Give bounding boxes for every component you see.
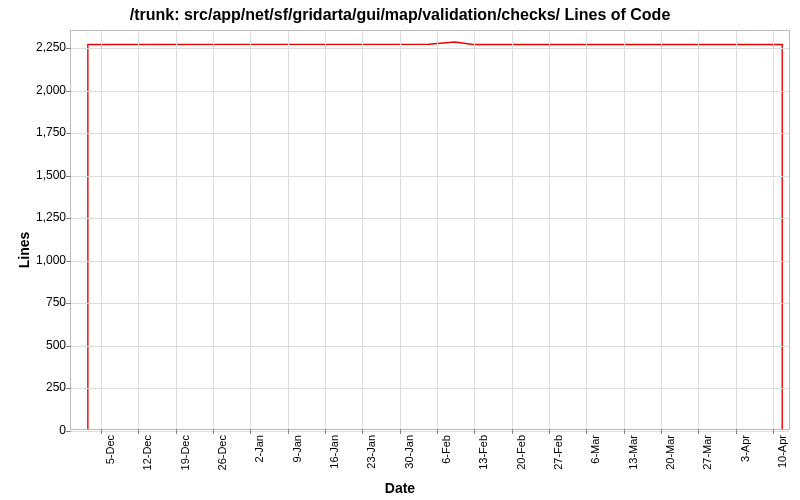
gridline-v bbox=[288, 31, 289, 429]
xtick-label: 19-Dec bbox=[179, 435, 191, 470]
xtick-mark bbox=[138, 429, 139, 434]
ytick-label: 750 bbox=[26, 295, 66, 309]
gridline-v bbox=[586, 31, 587, 429]
ytick-label: 2,250 bbox=[26, 40, 66, 54]
xtick-label: 2-Jan bbox=[253, 435, 265, 463]
xtick-label: 5-Dec bbox=[104, 435, 116, 464]
xtick-mark bbox=[512, 429, 513, 434]
xtick-mark bbox=[325, 429, 326, 434]
gridline-h bbox=[71, 346, 789, 347]
ytick-label: 0 bbox=[26, 423, 66, 437]
xtick-label: 13-Feb bbox=[477, 435, 489, 470]
gridline-h bbox=[71, 303, 789, 304]
xtick-label: 13-Mar bbox=[627, 435, 639, 470]
xtick-mark bbox=[437, 429, 438, 434]
ytick-mark bbox=[66, 261, 71, 262]
gridline-v bbox=[698, 31, 699, 429]
xtick-label: 20-Mar bbox=[664, 435, 676, 470]
gridline-v bbox=[773, 31, 774, 429]
gridline-h bbox=[71, 133, 789, 134]
xtick-mark bbox=[400, 429, 401, 434]
gridline-h bbox=[71, 218, 789, 219]
ytick-label: 1,000 bbox=[26, 253, 66, 267]
gridline-v bbox=[325, 31, 326, 429]
xtick-label: 30-Jan bbox=[403, 435, 415, 469]
gridline-v bbox=[624, 31, 625, 429]
xtick-label: 6-Mar bbox=[589, 435, 601, 464]
xtick-mark bbox=[624, 429, 625, 434]
xtick-mark bbox=[362, 429, 363, 434]
ytick-label: 1,750 bbox=[26, 125, 66, 139]
xtick-label: 9-Jan bbox=[291, 435, 303, 463]
x-axis-label: Date bbox=[0, 480, 800, 496]
ytick-mark bbox=[66, 388, 71, 389]
ytick-label: 1,500 bbox=[26, 168, 66, 182]
xtick-label: 16-Jan bbox=[328, 435, 340, 469]
gridline-h bbox=[71, 91, 789, 92]
ytick-label: 500 bbox=[26, 338, 66, 352]
gridline-v bbox=[736, 31, 737, 429]
gridline-v bbox=[661, 31, 662, 429]
ytick-label: 1,250 bbox=[26, 210, 66, 224]
ytick-mark bbox=[66, 218, 71, 219]
xtick-mark bbox=[213, 429, 214, 434]
xtick-mark bbox=[698, 429, 699, 434]
ytick-mark bbox=[66, 48, 71, 49]
xtick-mark bbox=[773, 429, 774, 434]
gridline-v bbox=[474, 31, 475, 429]
gridline-v bbox=[213, 31, 214, 429]
xtick-label: 26-Dec bbox=[216, 435, 228, 470]
xtick-mark bbox=[586, 429, 587, 434]
gridline-h bbox=[71, 388, 789, 389]
xtick-label: 20-Feb bbox=[515, 435, 527, 470]
xtick-label: 6-Feb bbox=[440, 435, 452, 464]
xtick-label: 27-Feb bbox=[552, 435, 564, 470]
gridline-v bbox=[549, 31, 550, 429]
xtick-mark bbox=[176, 429, 177, 434]
ytick-label: 250 bbox=[26, 380, 66, 394]
ytick-mark bbox=[66, 346, 71, 347]
xtick-mark bbox=[549, 429, 550, 434]
ytick-mark bbox=[66, 431, 71, 432]
gridline-v bbox=[138, 31, 139, 429]
xtick-mark bbox=[474, 429, 475, 434]
chart-title: /trunk: src/app/net/sf/gridarta/gui/map/… bbox=[0, 6, 800, 24]
gridline-h bbox=[71, 48, 789, 49]
ytick-mark bbox=[66, 91, 71, 92]
ytick-mark bbox=[66, 176, 71, 177]
gridline-v bbox=[400, 31, 401, 429]
xtick-mark bbox=[288, 429, 289, 434]
ytick-label: 2,000 bbox=[26, 83, 66, 97]
gridline-v bbox=[250, 31, 251, 429]
gridline-v bbox=[512, 31, 513, 429]
gridline-v bbox=[437, 31, 438, 429]
xtick-label: 23-Jan bbox=[365, 435, 377, 469]
gridline-h bbox=[71, 261, 789, 262]
ytick-mark bbox=[66, 133, 71, 134]
xtick-label: 10-Apr bbox=[776, 435, 788, 468]
xtick-label: 27-Mar bbox=[701, 435, 713, 470]
gridline-h bbox=[71, 176, 789, 177]
plot-area bbox=[70, 30, 790, 430]
xtick-label: 12-Dec bbox=[141, 435, 153, 470]
xtick-mark bbox=[736, 429, 737, 434]
gridline-v bbox=[362, 31, 363, 429]
xtick-mark bbox=[101, 429, 102, 434]
xtick-label: 3-Apr bbox=[739, 435, 751, 462]
gridline-v bbox=[101, 31, 102, 429]
xtick-mark bbox=[661, 429, 662, 434]
gridline-v bbox=[176, 31, 177, 429]
xtick-mark bbox=[250, 429, 251, 434]
gridline-h bbox=[71, 431, 789, 432]
ytick-mark bbox=[66, 303, 71, 304]
